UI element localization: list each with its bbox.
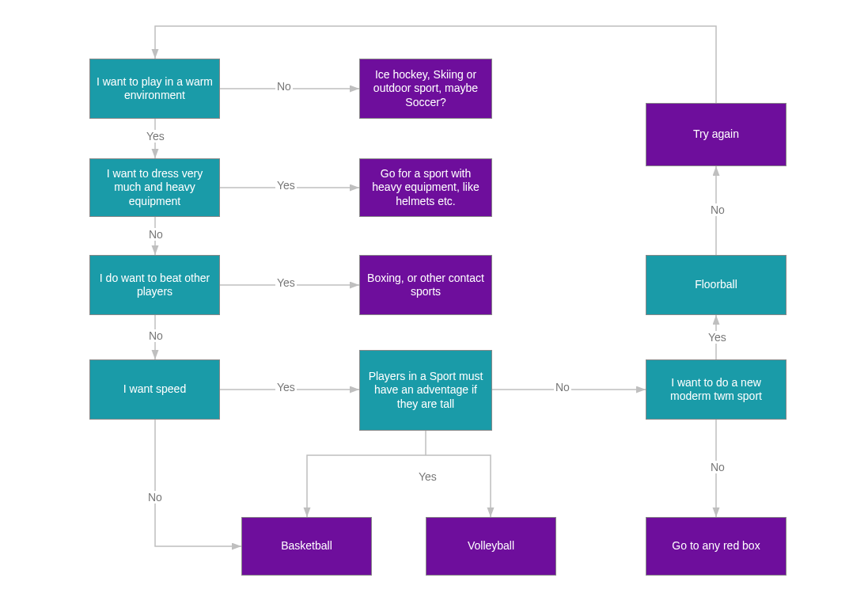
text: I want to dress very much and heavy equi… bbox=[95, 167, 214, 209]
text: Players in a Sport must have an adventag… bbox=[365, 370, 487, 412]
node-volleyball: Volleyball bbox=[426, 517, 556, 576]
node-warm-environment: I want to play in a warm environment bbox=[89, 59, 220, 119]
edge-label-yes: Yes bbox=[275, 179, 297, 192]
text: Floorball bbox=[695, 278, 737, 292]
node-speed: I want speed bbox=[89, 359, 220, 420]
node-dress-equipment: I want to dress very much and heavy equi… bbox=[89, 158, 220, 217]
node-heavy-equipment: Go for a sport with heavy equipment, lik… bbox=[359, 158, 492, 217]
node-basketball: Basketball bbox=[241, 517, 372, 576]
text: I want to do a new moderm twm sport bbox=[651, 376, 781, 404]
edge-label-yes: Yes bbox=[707, 331, 728, 344]
edge-label-no: No bbox=[709, 203, 726, 216]
text: I want to play in a warm environment bbox=[95, 75, 214, 103]
node-try-again: Try again bbox=[646, 103, 787, 166]
node-red-box: Go to any red box bbox=[646, 517, 787, 576]
edge-label-no: No bbox=[147, 228, 165, 241]
edge-label-yes: Yes bbox=[417, 470, 438, 483]
text: Volleyball bbox=[468, 539, 514, 553]
text: Boxing, or other contact sports bbox=[365, 272, 487, 299]
text: I want speed bbox=[123, 382, 186, 397]
node-modern-sport: I want to do a new moderm twm sport bbox=[646, 359, 787, 420]
text: Ice hockey, Skiing or outdoor sport, may… bbox=[365, 68, 487, 110]
edge-label-no: No bbox=[146, 491, 164, 504]
edge-label-no: No bbox=[709, 461, 726, 473]
node-boxing: Boxing, or other contact sports bbox=[359, 255, 492, 315]
node-floorball: Floorball bbox=[646, 255, 787, 315]
text: Basketball bbox=[281, 539, 332, 553]
edge-label-yes: Yes bbox=[145, 130, 166, 143]
text: Try again bbox=[693, 127, 739, 142]
edge-label-no: No bbox=[275, 80, 293, 93]
node-tall-advantage: Players in a Sport must have an adventag… bbox=[359, 350, 492, 431]
edge-label-no: No bbox=[147, 329, 165, 342]
edge-label-yes: Yes bbox=[275, 381, 297, 393]
text: Go to any red box bbox=[672, 539, 760, 553]
text: Go for a sport with heavy equipment, lik… bbox=[365, 167, 487, 209]
edge-label-yes: Yes bbox=[275, 276, 297, 289]
edge-label-no: No bbox=[554, 381, 571, 393]
node-ice-hockey: Ice hockey, Skiing or outdoor sport, may… bbox=[359, 59, 492, 119]
text: I do want to beat other players bbox=[95, 272, 214, 299]
node-beat-players: I do want to beat other players bbox=[89, 255, 220, 315]
